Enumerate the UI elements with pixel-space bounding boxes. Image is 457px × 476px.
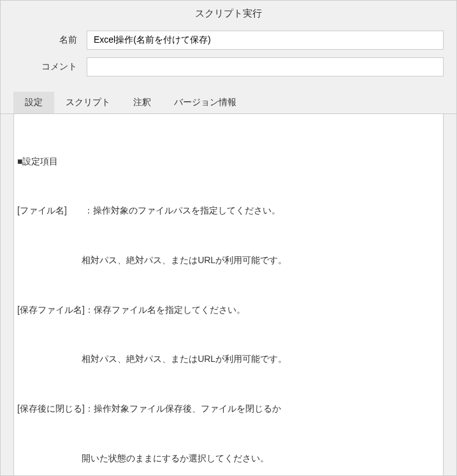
settings-panel: ■設定項目 [ファイル名] ：操作対象のファイルパスを指定してください。 相対パ… (13, 114, 444, 476)
settings-description: ■設定項目 [ファイル名] ：操作対象のファイルパスを指定してください。 相対パ… (17, 120, 440, 476)
settings-desc-line: [保存ファイル名]：保存ファイル名を指定してください。 (17, 302, 440, 319)
name-label: 名前 (13, 34, 87, 46)
tab-bar: 設定 スクリプト 注釈 バージョン情報 (1, 92, 456, 114)
settings-desc-line: [ファイル名] ：操作対象のファイルパスを指定してください。 (17, 203, 440, 219)
tab-annotation[interactable]: 注釈 (122, 92, 163, 113)
tab-script[interactable]: スクリプト (54, 92, 122, 113)
comment-input[interactable] (87, 57, 444, 76)
settings-desc-header: ■設定項目 (17, 154, 440, 170)
settings-desc-line: 開いた状態のままにするか選択してください。 (17, 451, 440, 467)
comment-label: コメント (13, 61, 87, 73)
dialog-title: スクリプト実行 (1, 1, 456, 27)
tab-version[interactable]: バージョン情報 (163, 92, 248, 113)
name-input[interactable] (87, 31, 444, 50)
settings-desc-line: [保存後に閉じる]：操作対象ファイル保存後、ファイルを閉じるか (17, 401, 440, 417)
tab-settings[interactable]: 設定 (13, 92, 54, 113)
settings-desc-line: 相対パス、絶対パス、またはURLが利用可能です。 (17, 351, 440, 368)
settings-desc-line: 相対パス、絶対パス、またはURLが利用可能です。 (17, 252, 440, 269)
